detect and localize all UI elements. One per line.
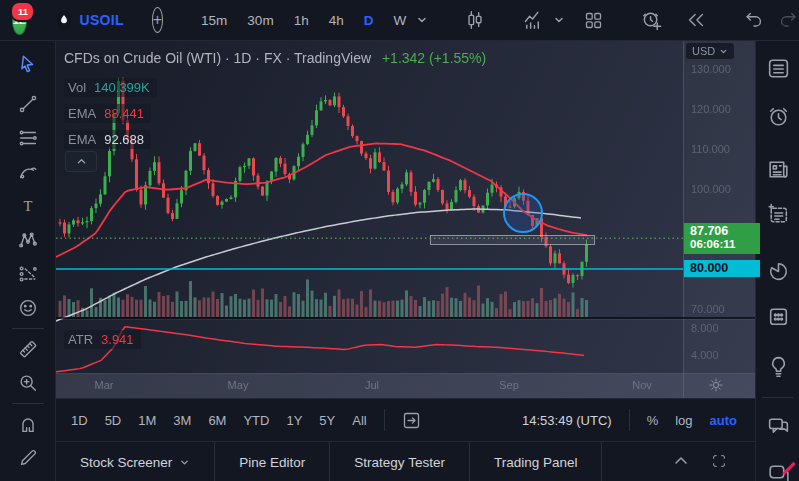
bar-countdown: 06:06:11: [690, 238, 760, 251]
site-logo[interactable]: 1E 11: [12, 6, 27, 35]
measure-ruler-icon[interactable]: [9, 332, 47, 366]
ema-slow-legend-row: EMA 92.688: [64, 130, 151, 149]
calendar-icon[interactable]: [765, 303, 791, 329]
current-price-badge: 87.706 06:06:11: [684, 223, 760, 254]
vol-label: Vol: [68, 80, 86, 95]
symbol-button[interactable]: USOIL: [79, 12, 123, 28]
emoji-tool-icon[interactable]: [9, 291, 47, 325]
top-toolbar: 1E 11 USOIL + 15m 30m 1h 4h D W: [0, 0, 799, 41]
range-1m[interactable]: 1M: [138, 413, 156, 428]
tab-pine-editor[interactable]: Pine Editor: [215, 442, 330, 481]
ema-slow-value: 92.688: [104, 132, 144, 147]
pattern-xabcd-tool-icon[interactable]: [9, 223, 47, 257]
tradingview-app: 1E 11 USOIL + 15m 30m 1h 4h D W: [0, 0, 799, 481]
notification-badge: 11: [10, 1, 35, 22]
pane-settings-gear-icon[interactable]: [708, 377, 724, 397]
redo-icon[interactable]: [777, 9, 799, 31]
legend-collapse-button[interactable]: [65, 151, 97, 172]
tab-stock-screener[interactable]: Stock Screener: [56, 442, 215, 481]
support-chat-icon[interactable]: [765, 459, 791, 481]
range-all[interactable]: All: [352, 413, 366, 428]
atr-legend-row: ATR 3.941: [64, 330, 141, 349]
timeframe-menu-chevron-icon[interactable]: [416, 14, 428, 26]
level-value: 80.000: [690, 261, 728, 275]
tab-trading-panel[interactable]: Trading Panel: [470, 442, 603, 481]
panel-expand-chevron-icon[interactable]: [673, 453, 689, 472]
go-to-date-icon[interactable]: [401, 410, 422, 431]
alerts-icon[interactable]: [765, 103, 791, 129]
ema-fast-legend-row: EMA 88.441: [64, 104, 151, 123]
ema-fast-label: EMA: [68, 106, 96, 121]
timeframe-1d-active[interactable]: D: [364, 13, 374, 28]
right-sidebar: [755, 41, 799, 481]
symbol-description: CFDs on Crude Oil (WTI) · 1D · FX · Trad…: [64, 50, 371, 66]
range-ytd[interactable]: YTD: [243, 413, 269, 428]
news-icon[interactable]: [765, 156, 791, 182]
chart-type-candles-icon[interactable]: [464, 9, 486, 31]
bar-replay-icon[interactable]: [685, 9, 707, 31]
atr-value: 3.941: [101, 332, 134, 347]
indicators-icon[interactable]: [522, 9, 545, 32]
level-line-badge: 80.000: [684, 260, 760, 277]
hotlists-icon[interactable]: [765, 258, 791, 284]
forecast-tool-icon[interactable]: [9, 257, 47, 291]
drawing-mode-icon[interactable]: [9, 441, 47, 475]
ema-slow-label: EMA: [68, 132, 96, 147]
range-6m[interactable]: 6M: [208, 413, 226, 428]
ideas-lightbulb-icon[interactable]: [765, 353, 791, 379]
compare-add-icon[interactable]: +: [152, 7, 163, 33]
oil-droplet-icon: [57, 9, 71, 31]
volume-legend-row: Vol 140.399K: [64, 78, 157, 97]
indicators-chevron-icon[interactable]: [553, 14, 565, 26]
timeframe-1h[interactable]: 1h: [294, 13, 309, 28]
percent-scale-button[interactable]: %: [647, 413, 659, 428]
range-3m[interactable]: 3M: [173, 413, 191, 428]
divider: [12, 403, 44, 404]
text-notes-icon[interactable]: [765, 201, 791, 227]
range-5y[interactable]: 5Y: [319, 413, 335, 428]
alert-add-icon[interactable]: [640, 9, 663, 32]
atr-label: ATR: [68, 332, 93, 347]
tab-label: Trading Panel: [494, 455, 578, 470]
chart-legend-title[interactable]: CFDs on Crude Oil (WTI) · 1D · FX · Trad…: [64, 50, 486, 66]
timeframe-15m[interactable]: 15m: [201, 13, 227, 28]
divider: [762, 397, 793, 398]
ema-fast-value: 88.441: [104, 106, 144, 121]
fib-retracement-tool-icon[interactable]: [9, 121, 47, 155]
vol-value: 140.399K: [94, 80, 150, 95]
magnet-mode-icon[interactable]: [9, 407, 47, 441]
public-chat-icon[interactable]: [765, 413, 791, 439]
chart-region: CFDs on Crude Oil (WTI) · 1D · FX · Trad…: [56, 41, 755, 398]
range-5d[interactable]: 5D: [105, 413, 122, 428]
timeframe-4h[interactable]: 4h: [329, 13, 344, 28]
zoom-in-icon[interactable]: [9, 366, 47, 400]
layout-grid-icon[interactable]: [583, 10, 604, 31]
tab-strategy-tester[interactable]: Strategy Tester: [330, 442, 470, 481]
tab-label: Strategy Tester: [354, 455, 445, 470]
drawing-toolbar: T: [0, 41, 56, 481]
session-clock[interactable]: 14:53:49 (UTC): [522, 413, 612, 428]
currency-dropdown[interactable]: USD: [686, 43, 734, 59]
tab-label: Pine Editor: [239, 455, 305, 470]
price-chart-canvas[interactable]: [56, 41, 755, 398]
text-tool-icon[interactable]: T: [9, 189, 47, 223]
undo-icon[interactable]: [743, 9, 765, 31]
brush-tool-icon[interactable]: [9, 155, 47, 189]
auto-scale-button[interactable]: auto: [710, 413, 737, 428]
currency-label: USD: [692, 45, 715, 57]
range-1y[interactable]: 1Y: [286, 413, 302, 428]
divider: [384, 409, 385, 431]
log-scale-button[interactable]: log: [675, 413, 692, 428]
timeframe-30m[interactable]: 30m: [247, 13, 273, 28]
price-change: +1.342 (+1.55%): [382, 50, 486, 66]
fullscreen-icon[interactable]: [711, 453, 727, 472]
range-1d[interactable]: 1D: [71, 413, 88, 428]
svg-text:T: T: [23, 198, 32, 214]
timeframe-1w[interactable]: W: [393, 13, 406, 28]
cursor-tool-icon[interactable]: [9, 47, 47, 81]
trend-line-tool-icon[interactable]: [9, 87, 47, 121]
footer-bar: Stock Screener Pine Editor Strategy Test…: [56, 441, 755, 481]
watchlist-icon[interactable]: [765, 55, 791, 81]
current-price-value: 87.706: [690, 224, 760, 238]
bottom-toolbar: 1D 5D 1M 3M 6M YTD 1Y 5Y All 14:53:49 (U…: [56, 398, 755, 441]
